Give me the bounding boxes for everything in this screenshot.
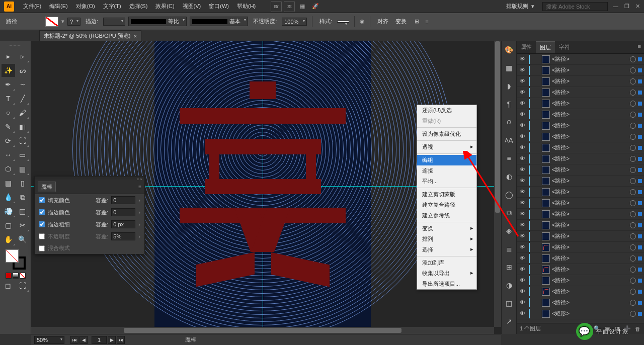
target-icon[interactable]	[630, 56, 636, 62]
menu-object[interactable]: 对象(O)	[72, 3, 99, 10]
visibility-toggle-icon[interactable]: 👁	[519, 122, 526, 129]
clipping-mask-icon[interactable]: ▣	[604, 325, 611, 332]
target-icon[interactable]	[630, 222, 636, 228]
target-icon[interactable]	[630, 123, 636, 129]
target-icon[interactable]	[630, 233, 636, 239]
target-icon[interactable]	[630, 145, 636, 151]
pathfinder-panel-icon[interactable]: ⧉	[504, 207, 515, 218]
target-icon[interactable]	[630, 78, 636, 84]
shaper-tool[interactable]: ✎	[2, 120, 15, 133]
align-panel-icon[interactable]: ≣	[504, 243, 515, 254]
gradient-panel-icon[interactable]: ◐	[504, 171, 515, 182]
symbol-sprayer-tool[interactable]: 💨	[2, 205, 15, 218]
visibility-toggle-icon[interactable]: 👁	[519, 56, 526, 63]
artboard-tool[interactable]: ▢	[2, 219, 15, 232]
context-menu-item[interactable]: 连接	[417, 165, 476, 176]
color-mode-btn[interactable]	[6, 273, 12, 279]
target-icon[interactable]	[630, 267, 636, 273]
wand-checkbox[interactable]	[39, 233, 45, 239]
wand-tolerance-value[interactable]: 0	[111, 208, 135, 216]
layer-row[interactable]: 👁 <路径>	[517, 253, 644, 264]
wand-checkbox[interactable]	[39, 197, 45, 203]
character-panel-icon[interactable]: AA	[504, 135, 515, 146]
wand-checkbox[interactable]	[39, 221, 45, 227]
layer-row[interactable]: 👁 <路径>	[517, 164, 644, 176]
pen-tool[interactable]: ✒	[2, 78, 15, 91]
layer-row[interactable]: 👁 <路径>	[517, 286, 644, 297]
transform-panel-icon[interactable]: ⊞	[504, 262, 515, 273]
target-icon[interactable]	[630, 289, 636, 295]
context-menu-item[interactable]: 建立复合路径	[417, 200, 476, 210]
layer-row[interactable]: 👁 <路径>	[517, 242, 644, 253]
context-menu-item[interactable]: 导出所选项目...	[417, 279, 476, 289]
visibility-toggle-icon[interactable]: 👁	[519, 155, 526, 162]
shape-builder-tool[interactable]: ⬡	[2, 162, 15, 176]
layer-row[interactable]: 👁 <路径>	[517, 153, 644, 164]
opentype-panel-icon[interactable]: O	[504, 117, 515, 128]
layer-row[interactable]: 👁 <路径>	[517, 65, 644, 76]
wand-checkbox[interactable]	[39, 245, 45, 251]
layer-row[interactable]: 👁 <路径>	[517, 54, 644, 65]
asset-export-panel-icon[interactable]: ↗	[504, 316, 515, 327]
brush-definition[interactable]: 基本	[190, 17, 248, 26]
visibility-toggle-icon[interactable]: 👁	[519, 178, 526, 185]
panel-options-icon[interactable]: ≡	[425, 19, 428, 25]
expand-icon[interactable]: ›	[138, 221, 140, 227]
visibility-toggle-icon[interactable]: 👁	[519, 255, 526, 262]
locate-object-icon[interactable]: 🔍	[594, 325, 601, 332]
visibility-toggle-icon[interactable]: 👁	[519, 299, 526, 306]
context-menu-item[interactable]: 设为像素级优化	[417, 129, 476, 139]
document-tab[interactable]: 未标题-2* @ 50% (RGB/GPU 预览) ×	[39, 30, 141, 41]
align-label[interactable]: 对齐	[377, 18, 388, 25]
workspace-switcher[interactable]: 排版规则 ▾	[502, 3, 538, 10]
brushes-panel-icon[interactable]: ◗	[504, 80, 515, 92]
zoom-field[interactable]: 50%	[34, 336, 64, 344]
swatches-panel-icon[interactable]: ▦	[504, 62, 515, 73]
fill-swatch[interactable]	[45, 17, 58, 27]
fill-stroke-control[interactable]	[6, 249, 26, 270]
transform-label[interactable]: 变换	[395, 18, 407, 25]
target-icon[interactable]	[630, 156, 636, 162]
wand-tolerance-value[interactable]: 0 px	[111, 220, 135, 228]
target-icon[interactable]	[630, 255, 636, 262]
eyedropper-tool[interactable]: 💧	[2, 191, 15, 204]
isolate-icon[interactable]: ⊞	[415, 18, 419, 25]
vertical-scrollbar[interactable]	[494, 41, 501, 327]
new-layer-icon[interactable]: ➕	[624, 325, 631, 332]
first-artboard-btn[interactable]: ⏮	[70, 336, 78, 344]
target-icon[interactable]	[630, 300, 636, 306]
target-icon[interactable]	[630, 178, 636, 184]
eraser-tool[interactable]: ◧	[16, 120, 30, 133]
window-restore-icon[interactable]: ❐	[624, 3, 629, 10]
expand-icon[interactable]: ›	[138, 209, 140, 215]
visibility-toggle-icon[interactable]: 👁	[519, 200, 526, 207]
hand-tool[interactable]: ✋	[2, 233, 15, 246]
menu-select[interactable]: 选择(S)	[125, 3, 152, 10]
panel-collapse-icon[interactable]: « ×	[137, 177, 142, 179]
stroke-profile[interactable]: 等比	[128, 17, 187, 26]
visibility-toggle-icon[interactable]: 👁	[519, 211, 526, 218]
tab-character[interactable]: 字符	[555, 41, 574, 53]
target-icon[interactable]	[630, 200, 636, 206]
target-icon[interactable]	[630, 101, 636, 107]
menu-edit[interactable]: 编辑(E)	[45, 3, 72, 10]
paintbrush-tool[interactable]: 🖌	[16, 106, 30, 119]
target-icon[interactable]	[630, 167, 636, 173]
artboard-number[interactable]: 1	[92, 336, 107, 344]
next-artboard-btn[interactable]: ▶	[108, 336, 116, 344]
visibility-toggle-icon[interactable]: 👁	[519, 288, 526, 295]
scale-tool[interactable]: ⛶	[16, 134, 30, 147]
context-menu-item[interactable]: 变换	[417, 223, 476, 234]
target-icon[interactable]	[630, 134, 636, 140]
mesh-tool[interactable]: ▤	[2, 177, 15, 190]
layer-row[interactable]: 👁 <路径>	[517, 109, 644, 120]
menu-view[interactable]: 视图(V)	[179, 3, 205, 10]
layer-row[interactable]: 👁 <路径>	[517, 264, 644, 275]
type-tool[interactable]: T	[2, 92, 15, 105]
layer-row[interactable]: 👁 <路径>	[517, 176, 644, 187]
visibility-toggle-icon[interactable]: 👁	[519, 67, 526, 74]
magic-wand-tool[interactable]: ✨	[2, 64, 15, 77]
menu-help[interactable]: 帮助(H)	[233, 3, 260, 10]
target-icon[interactable]	[630, 189, 636, 195]
target-icon[interactable]	[630, 244, 636, 250]
